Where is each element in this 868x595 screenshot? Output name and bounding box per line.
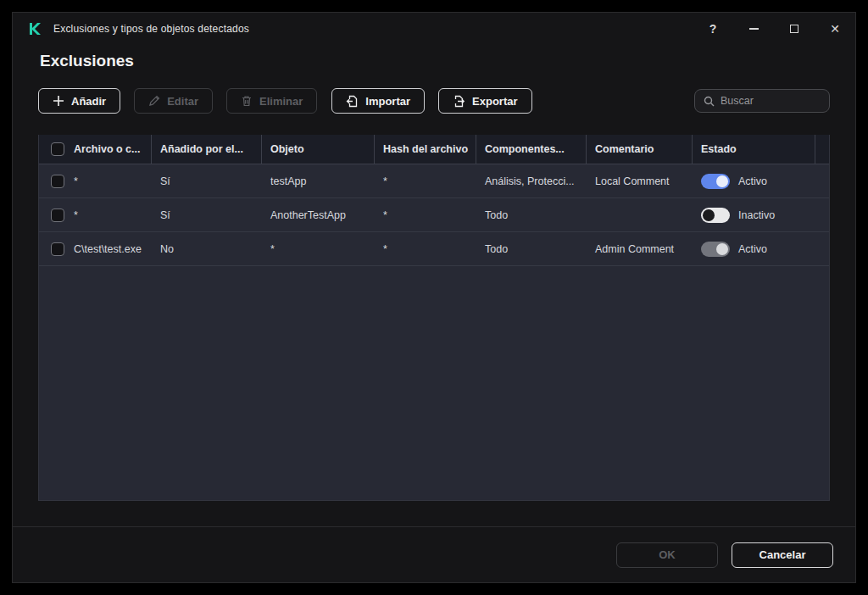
- cell-comment: Local Comment: [587, 175, 693, 187]
- cell-state-label: Activo: [738, 175, 767, 187]
- row-checkbox[interactable]: [51, 175, 64, 188]
- delete-button-label: Eliminar: [259, 95, 303, 108]
- cell-state-label: Activo: [738, 243, 767, 255]
- cell-state-label: Inactivo: [738, 209, 775, 221]
- row-checkbox[interactable]: [51, 209, 64, 222]
- help-button[interactable]: ?: [693, 13, 733, 45]
- table-row[interactable]: * Sí testApp * Análisis, Protecci... Loc…: [39, 164, 829, 198]
- cell-components: Todo: [476, 209, 587, 221]
- toggle-knob: [703, 209, 715, 221]
- select-all-checkbox[interactable]: [51, 142, 64, 156]
- page-title: Exclusiones: [40, 52, 134, 70]
- minimize-button[interactable]: [733, 13, 774, 45]
- header-file[interactable]: Archivo o c...: [39, 135, 152, 164]
- cancel-button[interactable]: Cancelar: [732, 542, 833, 568]
- cell-hash: *: [375, 243, 476, 255]
- search-icon: [704, 96, 715, 107]
- table-header-row: Archivo o c... Añadido por el... Objeto …: [39, 135, 829, 164]
- header-state[interactable]: Estado: [693, 135, 815, 164]
- cell-file: *: [74, 209, 78, 221]
- ok-button[interactable]: OK: [616, 542, 718, 568]
- header-added-by[interactable]: Añadido por el...: [152, 135, 262, 164]
- cell-hash: *: [375, 209, 476, 221]
- export-button-label: Exportar: [472, 95, 517, 108]
- cell-file: C\test\test.exe: [74, 243, 142, 255]
- window-title: Exclusiones y tipos de objetos detectado…: [53, 23, 249, 35]
- cell-added-by: No: [152, 243, 262, 255]
- maximize-button[interactable]: [774, 13, 815, 45]
- import-icon: [346, 95, 359, 108]
- cell-components: Análisis, Protecci...: [476, 175, 587, 187]
- header-object[interactable]: Objeto: [262, 135, 375, 164]
- cell-object: AnotherTestApp: [262, 209, 375, 221]
- toggle-knob: [716, 175, 728, 187]
- minimize-icon: [749, 28, 759, 30]
- window-controls: ? ✕: [693, 13, 855, 45]
- state-toggle: [701, 242, 730, 257]
- delete-button[interactable]: Eliminar: [226, 88, 317, 114]
- cell-object: testApp: [262, 175, 375, 187]
- add-button[interactable]: Añadir: [38, 88, 120, 114]
- pencil-icon: [148, 95, 160, 107]
- edit-button-label: Editar: [167, 95, 198, 108]
- kaspersky-logo-icon: [26, 20, 43, 37]
- cell-components: Todo: [476, 243, 587, 255]
- import-button[interactable]: Importar: [331, 88, 425, 114]
- add-button-label: Añadir: [71, 95, 106, 108]
- trash-icon: [241, 95, 253, 107]
- cell-hash: *: [375, 175, 476, 187]
- toolbar: Añadir Editar Eliminar Importar Exportar: [38, 88, 830, 114]
- header-spacer: [815, 135, 829, 164]
- close-button[interactable]: ✕: [815, 13, 855, 45]
- row-checkbox[interactable]: [51, 242, 64, 256]
- table-row[interactable]: C\test\test.exe No * * Todo Admin Commen…: [39, 232, 829, 266]
- header-file-label: Archivo o c...: [74, 143, 141, 155]
- import-button-label: Importar: [365, 95, 410, 108]
- export-button[interactable]: Exportar: [438, 88, 531, 114]
- header-comment[interactable]: Comentario: [587, 135, 693, 164]
- maximize-icon: [790, 25, 798, 33]
- state-toggle[interactable]: [701, 174, 730, 189]
- cell-object: *: [262, 243, 375, 255]
- table-row[interactable]: * Sí AnotherTestApp * Todo Inactivo: [39, 198, 829, 232]
- cell-added-by: Sí: [152, 209, 262, 221]
- state-toggle[interactable]: [701, 208, 730, 223]
- header-hash[interactable]: Hash del archivo: [375, 135, 476, 164]
- header-components[interactable]: Componentes...: [476, 135, 587, 164]
- toggle-knob: [716, 243, 728, 255]
- dialog-footer: OK Cancelar: [13, 526, 855, 582]
- export-icon: [453, 95, 465, 108]
- cell-file: *: [74, 175, 78, 187]
- search-box: [694, 89, 830, 113]
- title-bar: Exclusiones y tipos de objetos detectado…: [13, 13, 855, 45]
- app-window: Exclusiones y tipos de objetos detectado…: [12, 12, 856, 583]
- cell-added-by: Sí: [152, 175, 262, 187]
- exclusions-table: Archivo o c... Añadido por el... Objeto …: [38, 135, 830, 501]
- search-input[interactable]: [721, 95, 821, 107]
- cell-comment: Admin Comment: [587, 243, 693, 255]
- edit-button[interactable]: Editar: [134, 88, 213, 114]
- plus-icon: [53, 95, 64, 107]
